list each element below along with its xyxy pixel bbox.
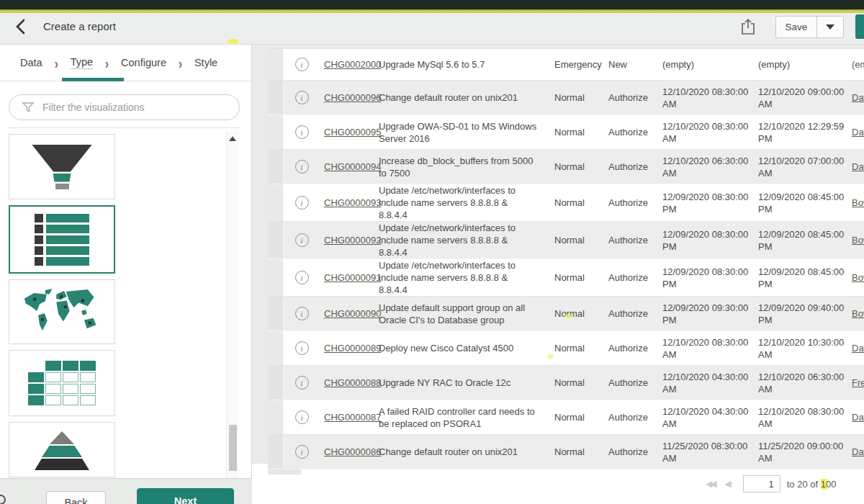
info-icon[interactable]: i (295, 271, 309, 284)
priority: Emergency (544, 49, 603, 80)
change-number-link[interactable]: CHG0000094 (324, 161, 382, 172)
assigned-to-link[interactable]: Dav (852, 446, 864, 457)
assigned-to-link[interactable]: Dav (852, 412, 864, 423)
priority: Normal (544, 297, 603, 330)
info-icon[interactable]: i (295, 160, 309, 174)
row-left-strip (268, 259, 284, 296)
table-row: i CHG0000095 Upgrade OWA-SD-01 to MS Win… (268, 115, 864, 150)
change-number-link[interactable]: CHG0000093 (324, 197, 382, 208)
row-left-strip (268, 435, 284, 469)
run-button-partial[interactable] (855, 14, 864, 39)
change-number-link[interactable]: CHG0000087 (324, 412, 382, 423)
viz-card-pyramid[interactable] (9, 422, 115, 477)
step-configure[interactable]: Configure (121, 57, 166, 68)
assigned-to-link[interactable]: (empty) (852, 59, 864, 70)
filter-visualizations-input[interactable] (9, 94, 240, 120)
table-row: i CHG0000092 Update /etc/network/interfa… (268, 222, 864, 259)
viz-card-list[interactable] (9, 205, 115, 274)
page-number-input[interactable] (743, 475, 780, 492)
assigned-to-link[interactable]: Fre (852, 377, 864, 388)
planned-start-date: 12/09/2020 08:30:00 PM (654, 222, 754, 258)
wizard-stepper: Data › Type › Configure › Style (0, 45, 251, 81)
info-icon[interactable]: i (295, 125, 309, 139)
highlight-artifact (228, 39, 239, 44)
previous-page-icon[interactable]: ◀ (724, 479, 731, 489)
table-row: i CHG0000096 Change default router on un… (268, 81, 864, 115)
change-number-link[interactable]: CHG0000088 (324, 377, 382, 388)
info-icon[interactable]: i (295, 410, 309, 424)
info-icon[interactable]: i (295, 58, 309, 71)
planned-start-date: 12/10/2020 04:30:00 AM (654, 400, 754, 434)
info-icon[interactable]: i (295, 196, 309, 210)
pyramid-chart-icon (35, 431, 89, 470)
heatmap-chart-icon (28, 361, 96, 405)
pagination-range-text: to 20 of (787, 479, 818, 490)
planned-end-date: 12/09/2020 09:40:00 PM (754, 297, 850, 330)
row-left-strip (268, 49, 284, 80)
assigned-to-link[interactable]: Dav (852, 343, 864, 354)
short-description: Change default router on unix201 (379, 435, 544, 469)
planned-start-date: 12/10/2020 04:30:00 AM (654, 366, 754, 400)
table-row: i CHG0002000 Upgrade MySql 5.6 to 5.7 Em… (268, 49, 864, 81)
change-number-link[interactable]: CHG0000090 (324, 308, 382, 319)
scrollbar-thumb[interactable] (229, 425, 237, 471)
change-number-link[interactable]: CHG0000091 (324, 272, 382, 283)
table-row: i CHG0000093 Update /etc/network/interfa… (268, 184, 864, 222)
viz-card-funnel[interactable] (9, 134, 115, 199)
viz-card-map[interactable] (9, 279, 115, 344)
info-icon[interactable]: i (295, 233, 309, 247)
wizard-footer: Back Next (0, 478, 252, 504)
state: Authorize (603, 115, 654, 149)
share-icon[interactable] (740, 17, 756, 36)
row-left-strip (268, 184, 284, 221)
step-data[interactable]: Data (20, 57, 42, 68)
info-icon[interactable]: i (295, 307, 309, 320)
page-title: Create a report (43, 20, 116, 32)
table-row: i CHG0000089 Deploy new Cisco Catalyst 4… (268, 331, 864, 366)
highlight-artifact (547, 354, 554, 359)
assigned-to-link[interactable]: Bow (852, 272, 864, 283)
assigned-to-link[interactable]: Bow (852, 197, 864, 208)
change-number-link[interactable]: CHG0000092 (324, 235, 382, 246)
short-description: A failed RAID controller card needs to b… (379, 400, 544, 434)
info-icon[interactable]: i (295, 341, 309, 355)
save-dropdown-button[interactable] (816, 16, 844, 38)
back-button[interactable]: Back (46, 491, 106, 504)
viz-card-heatmap[interactable] (9, 350, 115, 416)
change-number-link[interactable]: CHG0000086 (324, 446, 382, 457)
info-icon[interactable]: i (295, 91, 309, 104)
viz-list-scrollbar[interactable] (226, 132, 238, 478)
chevron-right-icon: › (179, 55, 182, 71)
assigned-to-link[interactable]: Dav (852, 92, 864, 103)
planned-start-date: 12/09/2020 08:30:00 PM (654, 259, 754, 296)
row-left-strip (268, 222, 284, 258)
short-description: Upgrade NY RAC to Oracle 12c (379, 366, 544, 400)
planned-end-date: 12/10/2020 09:00:00 AM (754, 81, 850, 114)
change-number-link[interactable]: CHG0000089 (324, 343, 382, 354)
step-type[interactable]: Type (71, 56, 93, 69)
step-style[interactable]: Style (194, 57, 217, 68)
scroll-up-icon[interactable] (229, 136, 236, 141)
assigned-to-link[interactable]: Bow (852, 235, 864, 246)
assigned-to-link[interactable]: Bow (852, 308, 864, 319)
planned-end-date: 12/09/2020 08:45:00 PM (754, 184, 850, 221)
save-button[interactable]: Save (775, 16, 817, 38)
short-description: Increase db_block_buffers from 5000 to 7… (379, 150, 544, 184)
report-designer-panel: Data › Type › Configure › Style (0, 45, 252, 478)
change-number-link[interactable]: CHG0000095 (324, 127, 382, 138)
short-description: Update /etc/network/interfaces to includ… (379, 184, 544, 221)
list-chart-icon (35, 212, 89, 268)
priority: Normal (544, 259, 603, 296)
info-icon[interactable]: i (295, 376, 309, 390)
planned-start-date: 12/10/2020 08:30:00 AM (654, 81, 754, 114)
chevron-right-icon: › (105, 55, 109, 71)
table-row: i CHG0000091 Update /etc/network/interfa… (268, 259, 864, 297)
first-page-icon[interactable]: ◀◀ (706, 479, 714, 489)
back-chevron-icon[interactable] (14, 19, 27, 35)
next-button[interactable]: Next (137, 488, 234, 504)
info-icon[interactable]: i (295, 445, 309, 459)
change-number-link[interactable]: CHG0002000 (324, 59, 382, 70)
assigned-to-link[interactable]: Dav (852, 161, 864, 172)
change-number-link[interactable]: CHG0000096 (324, 92, 382, 103)
assigned-to-link[interactable]: Dav (852, 127, 864, 138)
